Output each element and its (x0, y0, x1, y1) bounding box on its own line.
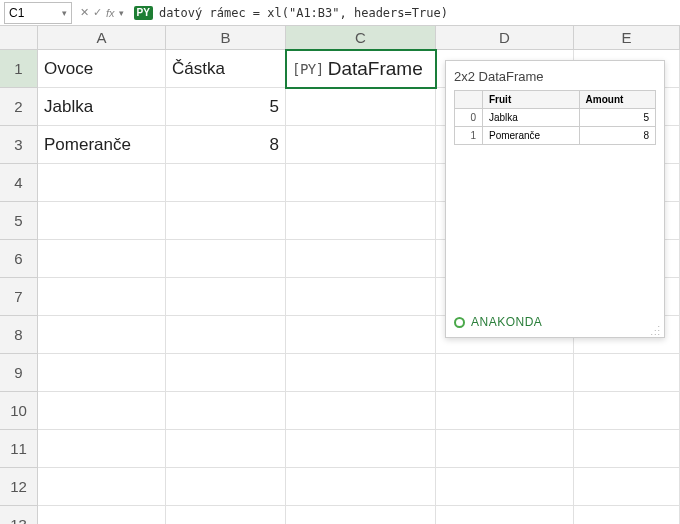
cell-C9[interactable] (286, 354, 436, 392)
df-header-amount: Amount (579, 91, 655, 109)
cell-A3[interactable]: Pomeranče (38, 126, 166, 164)
cell-reference: C1 (9, 6, 24, 20)
cell-A8[interactable] (38, 316, 166, 354)
row-header-6[interactable]: 6 (0, 240, 38, 278)
cell-C8[interactable] (286, 316, 436, 354)
cell-C1[interactable]: [PY] DataFrame (286, 50, 436, 88)
formula-icons: ✕ ✓ fx ▾ (76, 6, 128, 19)
dataframe-preview-table: Fruit Amount 0 Jablka 5 1 Pomeranče 8 (454, 90, 656, 145)
col-header-C[interactable]: C (286, 26, 436, 50)
cell-D10[interactable] (436, 392, 574, 430)
row-header-3[interactable]: 3 (0, 126, 38, 164)
cell-A13[interactable] (38, 506, 166, 524)
col-header-B[interactable]: B (166, 26, 286, 50)
col-header-E[interactable]: E (574, 26, 680, 50)
cell-C12[interactable] (286, 468, 436, 506)
row-header-4[interactable]: 4 (0, 164, 38, 202)
py-inline-icon: [PY] (292, 61, 324, 77)
cell-C13[interactable] (286, 506, 436, 524)
cell-B6[interactable] (166, 240, 286, 278)
cell-B8[interactable] (166, 316, 286, 354)
cell-C4[interactable] (286, 164, 436, 202)
row-header-13[interactable]: 13 (0, 506, 38, 524)
row-header-12[interactable]: 12 (0, 468, 38, 506)
col-header-D[interactable]: D (436, 26, 574, 50)
cell-A11[interactable] (38, 430, 166, 468)
chevron-down-icon[interactable]: ▾ (62, 8, 67, 18)
cell-C6[interactable] (286, 240, 436, 278)
cell-A6[interactable] (38, 240, 166, 278)
cell-B7[interactable] (166, 278, 286, 316)
row-header-9[interactable]: 9 (0, 354, 38, 392)
df-header-index (455, 91, 483, 109)
resize-handle-icon[interactable]: ...... (650, 322, 661, 334)
cell-C3[interactable] (286, 126, 436, 164)
cell-A10[interactable] (38, 392, 166, 430)
row-header-8[interactable]: 8 (0, 316, 38, 354)
cell-B2[interactable]: 5 (166, 88, 286, 126)
cell-C10[interactable] (286, 392, 436, 430)
row-header-2[interactable]: 2 (0, 88, 38, 126)
cell-C11[interactable] (286, 430, 436, 468)
df-amount: 8 (579, 127, 655, 145)
cell-E9[interactable] (574, 354, 680, 392)
df-header-fruit: Fruit (483, 91, 580, 109)
row-header-5[interactable]: 5 (0, 202, 38, 240)
cell-D9[interactable] (436, 354, 574, 392)
row-header-10[interactable]: 10 (0, 392, 38, 430)
cell-E10[interactable] (574, 392, 680, 430)
python-badge: PY (134, 6, 153, 20)
cell-A1[interactable]: Ovoce (38, 50, 166, 88)
row-header-7[interactable]: 7 (0, 278, 38, 316)
cell-D12[interactable] (436, 468, 574, 506)
cell-B13[interactable] (166, 506, 286, 524)
cell-A4[interactable] (38, 164, 166, 202)
tooltip-footer: ANAKONDA (454, 315, 656, 329)
cell-B4[interactable] (166, 164, 286, 202)
cell-E11[interactable] (574, 430, 680, 468)
cell-B3[interactable]: 8 (166, 126, 286, 164)
cell-A12[interactable] (38, 468, 166, 506)
tooltip-title: 2x2 DataFrame (454, 69, 656, 84)
fx-dropdown-icon[interactable]: ▾ (119, 8, 124, 18)
cancel-icon[interactable]: ✕ (80, 6, 89, 19)
cell-B12[interactable] (166, 468, 286, 506)
cell-D11[interactable] (436, 430, 574, 468)
select-all-corner[interactable] (0, 26, 38, 50)
row-header-11[interactable]: 11 (0, 430, 38, 468)
df-idx: 0 (455, 109, 483, 127)
cell-C5[interactable] (286, 202, 436, 240)
anaconda-label: ANAKONDA (471, 315, 542, 329)
cell-B9[interactable] (166, 354, 286, 392)
formula-bar: C1 ▾ ✕ ✓ fx ▾ PY datový rámec = xl("A1:B… (0, 0, 680, 26)
df-fruit: Pomeranče (483, 127, 580, 145)
dataframe-label: DataFrame (328, 58, 423, 80)
cell-A9[interactable] (38, 354, 166, 392)
cell-E12[interactable] (574, 468, 680, 506)
table-row: 0 Jablka 5 (455, 109, 656, 127)
cell-A7[interactable] (38, 278, 166, 316)
cell-C7[interactable] (286, 278, 436, 316)
cell-E13[interactable] (574, 506, 680, 524)
anaconda-icon (454, 317, 465, 328)
cell-C2[interactable] (286, 88, 436, 126)
cell-A5[interactable] (38, 202, 166, 240)
fx-icon[interactable]: fx (106, 7, 115, 19)
cell-B11[interactable] (166, 430, 286, 468)
cell-D13[interactable] (436, 506, 574, 524)
df-amount: 5 (579, 109, 655, 127)
name-box[interactable]: C1 ▾ (4, 2, 72, 24)
cell-A2[interactable]: Jablka (38, 88, 166, 126)
dataframe-tooltip: 2x2 DataFrame Fruit Amount 0 Jablka 5 1 … (445, 60, 665, 338)
df-fruit: Jablka (483, 109, 580, 127)
col-header-A[interactable]: A (38, 26, 166, 50)
accept-icon[interactable]: ✓ (93, 6, 102, 19)
row-header-1[interactable]: 1 (0, 50, 38, 88)
df-idx: 1 (455, 127, 483, 145)
cell-B10[interactable] (166, 392, 286, 430)
cell-B5[interactable] (166, 202, 286, 240)
table-row: 1 Pomeranče 8 (455, 127, 656, 145)
formula-input[interactable]: datový rámec = xl("A1:B3", headers=True) (157, 6, 680, 20)
cell-B1[interactable]: Částka (166, 50, 286, 88)
